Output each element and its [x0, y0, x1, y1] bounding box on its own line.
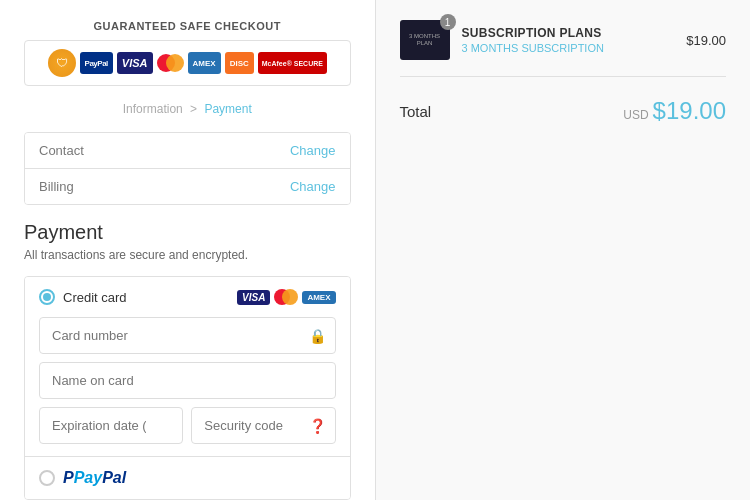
total-currency: USD: [623, 108, 648, 122]
credit-card-radio[interactable]: [39, 289, 55, 305]
paypal-logo-pal: Pal: [102, 469, 126, 487]
paypal-logo-badge: PayPal: [80, 52, 113, 74]
paypal-option-left: P Pay Pal: [39, 469, 126, 487]
amex-card-logo: AMEX: [302, 291, 335, 304]
name-on-card-input[interactable]: [39, 362, 336, 399]
left-panel: GUARANTEED SAFE CHECKOUT 🛡 PayPal VISA A…: [0, 0, 376, 500]
credit-card-option-left: Credit card: [39, 289, 127, 305]
credit-card-option-header: Credit card VISA AMEX: [39, 289, 336, 305]
paypal-radio[interactable]: [39, 470, 55, 486]
credit-card-label: Credit card: [63, 290, 127, 305]
visa-card-logo: VISA: [237, 290, 270, 305]
credit-card-option[interactable]: Credit card VISA AMEX 🔒: [25, 277, 350, 456]
shield-icon: 🛡: [48, 49, 76, 77]
product-name: SUBSCRIPTION PLANS: [462, 26, 675, 40]
product-thumbnail-text: 3 MONTHSPLAN: [409, 33, 440, 47]
order-item: 3 MONTHSPLAN 1 SUBSCRIPTION PLANS 3 MONT…: [400, 20, 727, 77]
right-panel: 3 MONTHSPLAN 1 SUBSCRIPTION PLANS 3 MONT…: [376, 0, 751, 500]
breadcrumb: Information > Payment: [24, 102, 351, 116]
safe-checkout-banner: GUARANTEED SAFE CHECKOUT 🛡 PayPal VISA A…: [24, 20, 351, 86]
info-box: Contact Change Billing Change: [24, 132, 351, 205]
card-logos: VISA AMEX: [237, 289, 335, 305]
payment-subtitle: All transactions are secure and encrypte…: [24, 248, 351, 262]
contact-change-button[interactable]: Change: [290, 143, 336, 158]
billing-change-button[interactable]: Change: [290, 179, 336, 194]
card-number-wrapper: 🔒: [39, 317, 336, 354]
paypal-logo-p1: P: [63, 469, 74, 487]
cc-fields: 🔒 ❓: [39, 317, 336, 444]
radio-inner: [43, 293, 51, 301]
product-thumbnail: 3 MONTHSPLAN 1: [400, 20, 450, 60]
paypal-logo-p2: Pay: [74, 469, 102, 487]
product-info: SUBSCRIPTION PLANS 3 MONTHS SUBSCRIPTION: [462, 26, 675, 54]
mastercard-logo-badge: [157, 54, 184, 72]
visa-logo-badge: VISA: [117, 52, 153, 74]
total-row: Total USD $19.00: [400, 93, 727, 125]
breadcrumb-payment: Payment: [204, 102, 251, 116]
total-label: Total: [400, 103, 432, 120]
discover-logo-badge: DISC: [225, 52, 254, 74]
expiry-security-row: ❓: [39, 407, 336, 444]
total-amount: USD $19.00: [623, 97, 726, 125]
mcafee-logo-badge: McAfee® SECURE: [258, 52, 327, 74]
breadcrumb-information: Information: [123, 102, 183, 116]
quantity-badge: 1: [440, 14, 456, 30]
expiry-wrapper: [39, 407, 183, 444]
card-number-input[interactable]: [39, 317, 336, 354]
billing-row: Billing Change: [25, 168, 350, 204]
paypal-logo: P Pay Pal: [63, 469, 126, 487]
mastercard-card-logo: [274, 289, 298, 305]
paypal-option[interactable]: P Pay Pal: [25, 456, 350, 499]
breadcrumb-separator: >: [190, 102, 197, 116]
question-icon: ❓: [309, 418, 326, 434]
amex-logo-badge: AMEX: [188, 52, 221, 74]
security-code-wrapper: ❓: [191, 407, 335, 444]
name-on-card-wrapper: [39, 362, 336, 399]
contact-row: Contact Change: [25, 133, 350, 168]
billing-label: Billing: [39, 179, 74, 194]
safe-checkout-title: GUARANTEED SAFE CHECKOUT: [24, 20, 351, 32]
total-price: $19.00: [653, 97, 726, 125]
contact-label: Contact: [39, 143, 84, 158]
paypal-option-header: P Pay Pal: [39, 469, 336, 487]
payment-title: Payment: [24, 221, 351, 244]
expiry-input[interactable]: [39, 407, 183, 444]
product-subscription: 3 MONTHS SUBSCRIPTION: [462, 42, 675, 54]
payment-options: Credit card VISA AMEX 🔒: [24, 276, 351, 500]
lock-icon: 🔒: [309, 328, 326, 344]
product-price: $19.00: [686, 33, 726, 48]
payment-logos: 🛡 PayPal VISA AMEX DISC McAfee® SECURE: [24, 40, 351, 86]
